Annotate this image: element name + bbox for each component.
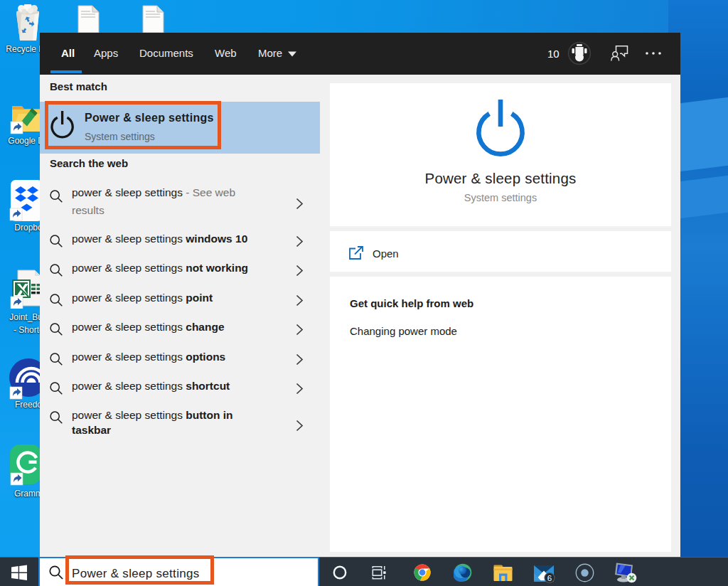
svg-text:6: 6 [547, 574, 552, 582]
